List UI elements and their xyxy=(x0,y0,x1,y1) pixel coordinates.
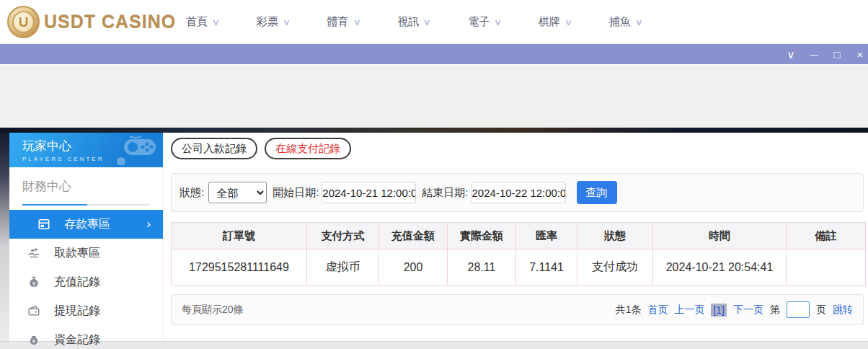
sidebar-item-deposit-zone[interactable]: 存款專區 › xyxy=(9,210,163,239)
tab-online-payment-records[interactable]: 在線支付記錄 xyxy=(265,138,351,159)
cell-order-number: 1729515281111649 xyxy=(172,249,307,286)
prev-page-link[interactable]: 上一页 xyxy=(674,304,704,317)
app-header: U USDT CASINO 首頁 ∨ 彩票 ∨ 體育 ∨ 視訊 ∨ 電子 ∨ 棋… xyxy=(0,0,868,44)
cell-actual-amount: 28.11 xyxy=(448,249,516,286)
nav-item-cards[interactable]: 棋牌 ∨ xyxy=(539,15,572,29)
sidebar-section-title: 財務中心 xyxy=(22,178,150,195)
logo-coin-icon: U xyxy=(7,6,40,38)
coin-purse-icon xyxy=(27,333,40,346)
logo-text: USDT CASINO xyxy=(44,12,176,32)
col-payment-method: 支付方式 xyxy=(307,223,379,249)
page-prefix: 第 xyxy=(770,304,780,317)
logo[interactable]: U USDT CASINO xyxy=(7,6,176,38)
left-edge-background xyxy=(0,133,9,341)
sidebar-item-withdraw-zone[interactable]: 取款專區 xyxy=(9,239,163,268)
background-image-strip xyxy=(0,128,868,133)
section-divider-accent xyxy=(22,204,87,206)
cell-remark xyxy=(787,249,866,286)
window-titlebar: ∨ ─ □ × xyxy=(0,44,868,64)
chevron-right-icon: › xyxy=(146,217,151,231)
next-page-link[interactable]: 下一页 xyxy=(733,304,763,317)
sidebar-item-label: 存款專區 xyxy=(64,217,110,232)
nav-item-lottery[interactable]: 彩票 ∨ xyxy=(257,15,290,29)
wallet-icon xyxy=(27,304,40,317)
logo-u-symbol: U xyxy=(19,14,29,30)
sidebar-item-fund-records[interactable]: 資金記錄 xyxy=(9,325,163,349)
end-date-input[interactable] xyxy=(471,182,566,203)
page-number-input[interactable] xyxy=(787,301,810,318)
table-row: 1729515281111649 虚拟币 200 28.11 7.1141 支付… xyxy=(172,249,866,286)
sidebar-item-recharge-records[interactable]: 充值記錄 xyxy=(9,268,163,296)
chevron-down-icon: ∨ xyxy=(635,17,643,27)
sidebar-item-label: 充值記錄 xyxy=(54,275,100,290)
status-select[interactable]: 全部 xyxy=(208,182,267,203)
chevron-down-icon: ∨ xyxy=(353,17,360,27)
col-status: 狀態 xyxy=(577,223,653,249)
nav-item-sports[interactable]: 體育 ∨ xyxy=(327,15,360,29)
record-tabs: 公司入款記錄 在線支付記錄 xyxy=(171,138,351,159)
money-bag-icon xyxy=(27,275,40,288)
tab-company-deposit-records[interactable]: 公司入款記錄 xyxy=(171,138,257,159)
section-divider xyxy=(22,204,150,206)
jump-link[interactable]: 跳转 xyxy=(833,304,853,317)
chevron-down-icon: ∨ xyxy=(212,17,220,27)
col-actual-amount: 實際金額 xyxy=(448,223,516,249)
sidebar-item-label: 提現記錄 xyxy=(54,304,100,319)
window-maximize-button[interactable]: □ xyxy=(832,49,842,60)
start-date-label: 開始日期: xyxy=(273,186,319,200)
window-chevron-icon[interactable]: ∨ xyxy=(786,49,796,60)
records-table: 訂單號 支付方式 充值金額 實際金額 匯率 狀態 時間 備註 172951528… xyxy=(171,222,866,286)
cell-payment-method: 虚拟币 xyxy=(307,249,379,286)
hero-banner xyxy=(0,64,868,128)
window-close-button[interactable]: × xyxy=(855,49,865,60)
table-header-row: 訂單號 支付方式 充值金額 實際金額 匯率 狀態 時間 備註 xyxy=(172,223,866,249)
chevron-down-icon: ∨ xyxy=(283,17,291,27)
search-button[interactable]: 查詢 xyxy=(577,181,617,204)
sidebar-item-label: 資金記錄 xyxy=(54,332,100,348)
col-recharge-amount: 充值金額 xyxy=(379,223,448,249)
chevron-down-icon: ∨ xyxy=(423,17,431,27)
col-time: 時間 xyxy=(653,223,787,249)
sidebar-header: 玩家中心 PLAYERS CENTER xyxy=(9,133,163,167)
first-page-link[interactable]: 首页 xyxy=(647,304,668,317)
sidebar-section: 財務中心 xyxy=(9,167,163,210)
page-suffix: 页 xyxy=(816,304,826,317)
cell-recharge-amount: 200 xyxy=(379,249,448,286)
cell-status: 支付成功 xyxy=(577,249,653,286)
pagination-panel: 每頁顯示20條 共1条 首页 上一页 [1] 下一页 第 页 跳转 xyxy=(171,294,864,325)
col-order-number: 訂單號 xyxy=(172,223,307,249)
window-controls: ∨ ─ □ × xyxy=(786,44,865,64)
deposit-machine-icon xyxy=(37,218,50,231)
sidebar-item-label: 取款專區 xyxy=(54,246,100,261)
hand-coins-icon xyxy=(27,247,40,260)
sidebar: 玩家中心 PLAYERS CENTER 財務中心 存款專區 › 取款專區 xyxy=(9,133,164,341)
filter-panel: 狀態: 全部 開始日期: 結束日期: 查詢 xyxy=(171,173,864,212)
current-page-badge: [1] xyxy=(711,304,727,317)
start-date-input[interactable] xyxy=(322,182,416,203)
chevron-down-icon: ∨ xyxy=(564,17,572,27)
nav-item-home[interactable]: 首頁 ∨ xyxy=(186,15,219,29)
col-remark: 備註 xyxy=(787,223,866,249)
nav-item-video[interactable]: 視訊 ∨ xyxy=(397,15,430,29)
cell-exchange-rate: 7.1141 xyxy=(516,249,577,286)
pager: 共1条 首页 上一页 [1] 下一页 第 页 跳转 xyxy=(616,301,853,318)
chevron-down-icon: ∨ xyxy=(494,17,502,27)
main-nav: 首頁 ∨ 彩票 ∨ 體育 ∨ 視訊 ∨ 電子 ∨ 棋牌 ∨ 捕魚 ∨ xyxy=(186,0,642,44)
sidebar-item-withdrawal-records[interactable]: 提現記錄 xyxy=(9,296,163,325)
window-minimize-button[interactable]: ─ xyxy=(809,49,819,60)
end-date-label: 結束日期: xyxy=(422,186,468,200)
nav-item-fishing[interactable]: 捕魚 ∨ xyxy=(609,15,642,29)
status-label: 狀態: xyxy=(180,186,204,200)
total-count: 共1条 xyxy=(616,304,642,317)
col-exchange-rate: 匯率 xyxy=(516,223,577,249)
gamepad-icon xyxy=(115,135,160,165)
per-page-text: 每頁顯示20條 xyxy=(182,304,244,317)
cell-time: 2024-10-21 20:54:41 xyxy=(653,249,787,286)
nav-item-slots[interactable]: 電子 ∨ xyxy=(468,15,501,29)
